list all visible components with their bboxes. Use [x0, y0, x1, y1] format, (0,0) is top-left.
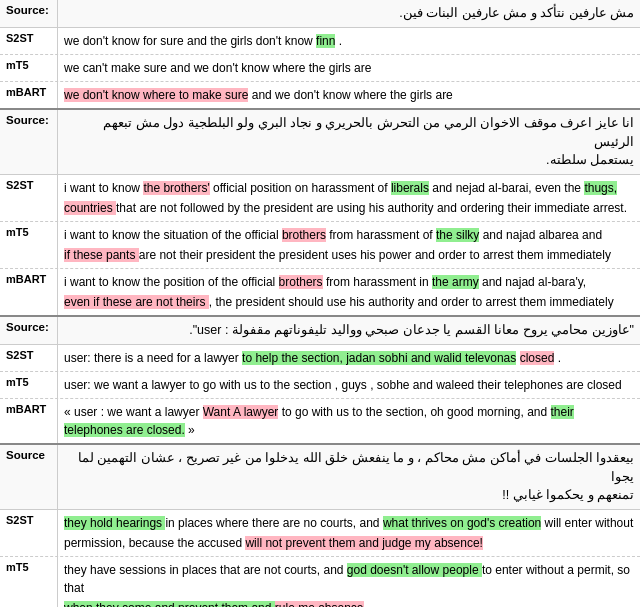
- model-label: mT5: [0, 222, 58, 268]
- model-content: i want to know the situation of the offi…: [58, 222, 640, 268]
- model-label: S2ST: [0, 175, 58, 221]
- source-row: Sourceبيعقدوا الجلسات في أماكن مش محاكم …: [0, 445, 640, 510]
- model-content: we don't know where to make sure and we …: [58, 82, 640, 108]
- model-row-s2st: S2STuser: there is a need for a lawyer t…: [0, 345, 640, 372]
- model-row-mt5: mT5we can't make sure and we don't know …: [0, 55, 640, 82]
- translation-line: user: there is a need for a lawyer to he…: [64, 349, 634, 367]
- model-row-mbart: mBARTi want to know the position of the …: [0, 269, 640, 315]
- model-label: mT5: [0, 557, 58, 607]
- model-row-mbart: mBART« user : we want a lawyer Want A la…: [0, 399, 640, 443]
- model-row-mt5: mT5user: we want a lawyer to go with us …: [0, 372, 640, 399]
- section-section2: Source:انا عايز اعرف موقف الاخوان الرمي …: [0, 110, 640, 317]
- translation-line: we can't make sure and we don't know whe…: [64, 59, 634, 77]
- model-row-mbart: mBARTwe don't know where to make sure an…: [0, 82, 640, 108]
- model-label: mT5: [0, 55, 58, 81]
- translation-line: i want to know the situation of the offi…: [64, 226, 634, 244]
- model-label: mBART: [0, 269, 58, 315]
- source-label: Source:: [0, 110, 58, 174]
- translation-line: user: we want a lawyer to go with us to …: [64, 376, 634, 394]
- translation-line: even if these are not theirs , the presi…: [64, 293, 634, 311]
- translation-line: « user : we want a lawyer Want A lawyer …: [64, 403, 634, 439]
- translation-line: when they come and prevent them and rule…: [64, 599, 634, 607]
- model-content: i want to know the brothers' official po…: [58, 175, 640, 221]
- translation-line: we don't know where to make sure and we …: [64, 86, 634, 104]
- model-row-mt5: mT5i want to know the situation of the o…: [0, 222, 640, 269]
- source-label: Source: [0, 445, 58, 509]
- model-label: mBART: [0, 82, 58, 108]
- model-content: « user : we want a lawyer Want A lawyer …: [58, 399, 640, 443]
- source-label: Source:: [0, 0, 58, 27]
- model-label: S2ST: [0, 345, 58, 371]
- model-content: we don't know for sure and the girls don…: [58, 28, 640, 54]
- model-label: mBART: [0, 399, 58, 443]
- model-row-mt5: mT5they have sessions in places that are…: [0, 557, 640, 607]
- model-row-s2st: S2STwe don't know for sure and the girls…: [0, 28, 640, 55]
- source-text: "عاوزين محامي يروح معانا القسم يا جدعان …: [58, 317, 640, 344]
- section-section3: Source:"عاوزين محامي يروح معانا القسم يا…: [0, 317, 640, 445]
- translation-line: they have sessions in places that are no…: [64, 561, 634, 597]
- source-text: مش عارفين نتأكد و مش عارفين البنات فين.: [58, 0, 640, 27]
- source-row: Source:"عاوزين محامي يروح معانا القسم يا…: [0, 317, 640, 345]
- section-section4: Sourceبيعقدوا الجلسات في أماكن مش محاكم …: [0, 445, 640, 607]
- model-label: mT5: [0, 372, 58, 398]
- translation-comparison-table: Source:مش عارفين نتأكد و مش عارفين البنا…: [0, 0, 640, 607]
- translation-line: we don't know for sure and the girls don…: [64, 32, 634, 50]
- model-label: S2ST: [0, 28, 58, 54]
- model-label: S2ST: [0, 510, 58, 556]
- source-row: Source:انا عايز اعرف موقف الاخوان الرمي …: [0, 110, 640, 175]
- source-text: بيعقدوا الجلسات في أماكن مش محاكم ، و ما…: [58, 445, 640, 509]
- model-content: user: there is a need for a lawyer to he…: [58, 345, 640, 371]
- translation-line: if these pants are not their president t…: [64, 246, 634, 264]
- model-row-s2st: S2STi want to know the brothers' officia…: [0, 175, 640, 222]
- model-content: they hold hearings in places where there…: [58, 510, 640, 556]
- model-content: they have sessions in places that are no…: [58, 557, 640, 607]
- translation-line: i want to know the position of the offic…: [64, 273, 634, 291]
- section-section1: Source:مش عارفين نتأكد و مش عارفين البنا…: [0, 0, 640, 110]
- model-row-s2st: S2STthey hold hearings in places where t…: [0, 510, 640, 557]
- model-content: we can't make sure and we don't know whe…: [58, 55, 640, 81]
- translation-line: permission, because the accused will not…: [64, 534, 634, 552]
- model-content: i want to know the position of the offic…: [58, 269, 640, 315]
- source-label: Source:: [0, 317, 58, 344]
- source-row: Source:مش عارفين نتأكد و مش عارفين البنا…: [0, 0, 640, 28]
- translation-line: they hold hearings in places where there…: [64, 514, 634, 532]
- model-content: user: we want a lawyer to go with us to …: [58, 372, 640, 398]
- translation-line: countries that are not followed by the p…: [64, 199, 634, 217]
- translation-line: i want to know the brothers' official po…: [64, 179, 634, 197]
- source-text: انا عايز اعرف موقف الاخوان الرمي من التح…: [58, 110, 640, 174]
